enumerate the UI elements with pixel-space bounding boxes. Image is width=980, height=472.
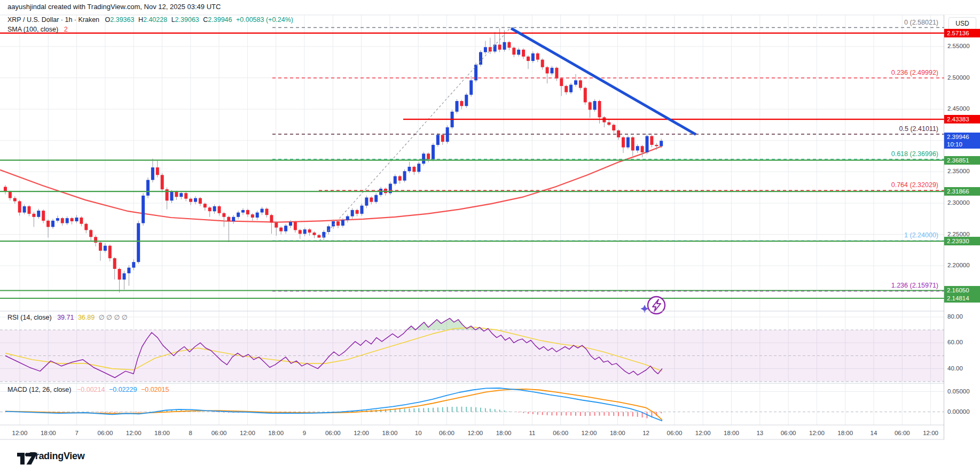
price-tick-label: 2.25000 (947, 231, 970, 237)
macd-signal-value: −0.02015 (141, 386, 169, 393)
tradingview-chart-window: aayushjindal created with TradingView.co… (0, 0, 980, 472)
price-label-chip: 2.31866 (944, 187, 980, 196)
footer-bar: TradingView (0, 444, 980, 472)
time-tick-label: 12:00 (691, 430, 715, 436)
price-tick-label: 2.50000 (947, 74, 970, 81)
brand-wordmark[interactable]: TradingView (30, 451, 84, 462)
time-tick-label: 06:00 (662, 430, 687, 436)
time-axis[interactable]: 12:0018:00706:0012:0018:00806:0012:0018:… (0, 428, 944, 440)
ohlc-high-label: H (138, 16, 143, 24)
rsi-tick-label: 80.00 (947, 313, 963, 320)
time-tick-label: 18:00 (36, 430, 60, 436)
time-tick-label: 18:00 (491, 430, 516, 436)
svg-text:1.236 (2.15971): 1.236 (2.15971) (891, 282, 938, 289)
time-tick-label: 06:00 (548, 430, 573, 436)
price-tick-label: 2.30000 (947, 199, 970, 206)
countdown-timer: 10:10 (947, 141, 980, 148)
time-tick-label: 06:00 (93, 430, 117, 436)
rsi-tick-label: 60.00 (947, 339, 963, 345)
svg-text:0.618 (2.36996): 0.618 (2.36996) (891, 150, 938, 158)
rsi-tick-label: 40.00 (947, 365, 963, 372)
price-tick-label: 2.55000 (947, 43, 970, 49)
time-tick-label: 14 (861, 430, 886, 436)
price-label-chip: 2.14814 (944, 294, 980, 303)
currency-button[interactable]: USD (948, 17, 976, 30)
price-tick-label: 2.35000 (947, 168, 970, 174)
rsi-legend[interactable]: RSI (14, close) 39.71 36.89 ∅ ∅ ∅ ∅ (7, 313, 130, 321)
rsi-empty-values: ∅ ∅ ∅ ∅ (99, 314, 128, 321)
change-value: +0.00583 (+0.24%) (236, 16, 293, 24)
price-tick-label: 2.45000 (947, 105, 970, 112)
sma-label: SMA (100, close) (7, 26, 58, 33)
ohlc-open-value: 2.39363 (110, 16, 134, 24)
time-tick-label: 18:00 (264, 430, 288, 436)
price-label-chip: 2.3994610:10 (944, 133, 980, 149)
ohlc-low-value: 2.39063 (175, 16, 199, 24)
price-label-chip: 2.23930 (944, 237, 980, 245)
ohlc-low-label: L (171, 16, 175, 24)
svg-text:1 (2.24000): 1 (2.24000) (904, 231, 938, 239)
svg-text:0.5 (2.41011): 0.5 (2.41011) (899, 125, 938, 133)
chart-canvas[interactable]: 0 (2.58021)0.236 (2.49992)0.5 (2.41011)0… (0, 0, 980, 446)
macd-tick-label: 0.05000 (947, 388, 970, 394)
ohlc-high-value: 2.40228 (143, 16, 167, 24)
time-tick-label: 18:00 (719, 430, 744, 436)
price-label-chip: 2.43383 (944, 115, 980, 123)
time-tick-label: 11 (520, 430, 544, 436)
time-tick-label: 18:00 (150, 430, 175, 436)
time-tick-label: 06:00 (320, 430, 345, 436)
time-tick-label: 12:00 (804, 430, 829, 436)
svg-text:0.764 (2.32029): 0.764 (2.32029) (891, 181, 938, 189)
time-tick-label: 7 (65, 430, 89, 436)
time-tick-label: 12:00 (577, 430, 601, 436)
svg-text:0.236 (2.49992): 0.236 (2.49992) (891, 69, 938, 76)
sma-legend[interactable]: SMA (100, close) 2 (7, 26, 70, 33)
time-tick-label: 12:00 (463, 430, 488, 436)
time-tick-label: 18:00 (605, 430, 630, 436)
time-tick-label: 10 (406, 430, 430, 436)
rsi-value: 39.71 (57, 314, 74, 321)
time-tick-label: 12:00 (235, 430, 260, 436)
time-tick-label: 8 (178, 430, 203, 436)
macd-tick-label: 0.00000 (947, 408, 970, 415)
price-label-chip: 2.57136 (944, 29, 980, 37)
rsi-label: RSI (14, close) (7, 314, 52, 321)
symbol-legend[interactable]: XRP / U.S. Dollar · 1h · Kraken O2.39363… (7, 16, 295, 24)
price-axis[interactable]: USD 2.550002.500002.450002.350002.300002… (944, 15, 980, 444)
time-tick-label: 12 (634, 430, 658, 436)
symbol-title: XRP / U.S. Dollar · 1h · Kraken (7, 16, 99, 24)
time-tick-label: 9 (292, 430, 317, 436)
ohlc-close-value: 2.39946 (208, 16, 232, 24)
time-tick-label: 06:00 (435, 430, 459, 436)
time-tick-label: 18:00 (378, 430, 402, 436)
macd-hist-value: −0.00214 (77, 386, 105, 393)
time-tick-label: 06:00 (776, 430, 801, 436)
time-tick-label: 18:00 (833, 430, 858, 436)
time-tick-label: 12:00 (919, 430, 943, 436)
price-label-chip: 2.36851 (944, 156, 980, 165)
svg-text:0 (2.58021): 0 (2.58021) (904, 19, 938, 26)
time-tick-label: 12:00 (7, 430, 32, 436)
time-tick-label: 13 (748, 430, 772, 436)
price-tick-label: 2.20000 (947, 262, 970, 268)
macd-label: MACD (12, 26, close) (7, 386, 71, 393)
time-tick-label: 06:00 (890, 430, 914, 436)
ohlc-open-label: O (105, 16, 111, 24)
time-tick-label: 12:00 (349, 430, 374, 436)
ohlc-close-label: C (203, 16, 208, 24)
time-tick-label: 06:00 (207, 430, 231, 436)
macd-legend[interactable]: MACD (12, 26, close) −0.00214 −0.02229 −… (7, 386, 171, 393)
rsi-ma-value: 36.89 (78, 314, 95, 321)
time-tick-label: 12:00 (121, 430, 146, 436)
sma-value: 2 (64, 26, 68, 33)
macd-value: −0.02229 (109, 386, 137, 393)
